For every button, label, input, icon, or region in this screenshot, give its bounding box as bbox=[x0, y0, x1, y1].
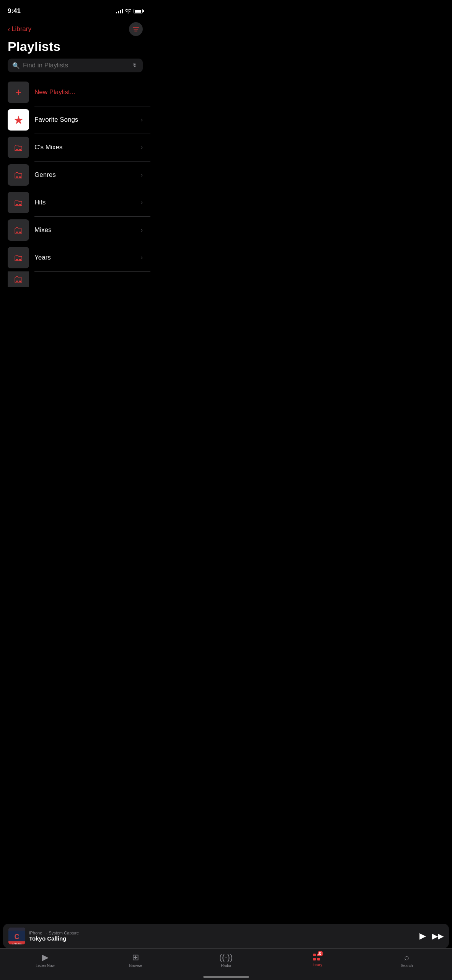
chevron-right-icon: › bbox=[141, 172, 143, 178]
chevron-right-icon: › bbox=[141, 254, 143, 261]
new-playlist-thumb: + bbox=[8, 82, 29, 103]
genres-thumb: 🗂 bbox=[8, 164, 29, 186]
page-title: Playlists bbox=[0, 38, 150, 59]
cs-mixes-thumb: 🗂 bbox=[8, 137, 29, 158]
mixes-item[interactable]: 🗂 Mixes › bbox=[0, 216, 150, 244]
chevron-right-icon: › bbox=[141, 227, 143, 234]
hits-label: Hits bbox=[34, 199, 46, 206]
years-item[interactable]: 🗂 Years › bbox=[0, 244, 150, 271]
filter-button[interactable] bbox=[129, 22, 143, 36]
filter-icon bbox=[133, 27, 139, 31]
hits-thumb: 🗂 bbox=[8, 192, 29, 213]
hits-item[interactable]: 🗂 Hits › bbox=[0, 189, 150, 216]
genres-info: Genres bbox=[34, 171, 135, 179]
star-icon: ★ bbox=[13, 113, 24, 127]
search-icon: 🔍 bbox=[12, 62, 20, 69]
cs-mixes-label: C's Mixes bbox=[34, 144, 62, 151]
favorite-songs-label: Favorite Songs bbox=[34, 116, 78, 123]
microphone-icon[interactable]: 🎙 bbox=[132, 62, 138, 69]
partial-playlist-item[interactable]: 🗂 bbox=[0, 271, 150, 287]
status-icons bbox=[116, 9, 143, 13]
favorite-songs-item[interactable]: ★ Favorite Songs › bbox=[0, 106, 150, 134]
folder-icon: 🗂 bbox=[13, 224, 23, 236]
battery-icon bbox=[134, 9, 143, 13]
playlist-list: + New Playlist... ★ Favorite Songs › 🗂 C… bbox=[0, 78, 150, 287]
folder-icon: 🗂 bbox=[13, 252, 23, 264]
back-button[interactable]: ‹ Library bbox=[8, 25, 31, 33]
genres-label: Genres bbox=[34, 171, 56, 178]
search-input[interactable] bbox=[23, 62, 129, 69]
genres-item[interactable]: 🗂 Genres › bbox=[0, 161, 150, 189]
search-bar[interactable]: 🔍 🎙 bbox=[8, 59, 143, 72]
plus-icon: + bbox=[15, 87, 21, 98]
chevron-right-icon: › bbox=[141, 116, 143, 123]
folder-icon: 🗂 bbox=[13, 169, 23, 181]
hits-info: Hits bbox=[34, 199, 135, 206]
years-label: Years bbox=[34, 254, 51, 261]
chevron-right-icon: › bbox=[141, 199, 143, 206]
partial-thumb: 🗂 bbox=[8, 271, 29, 287]
nav-header: ‹ Library bbox=[0, 19, 150, 38]
signal-icon bbox=[116, 9, 123, 13]
back-label: Library bbox=[11, 25, 31, 33]
cs-mixes-info: C's Mixes bbox=[34, 144, 135, 151]
folder-icon: 🗂 bbox=[13, 273, 23, 285]
new-playlist-label: New Playlist... bbox=[34, 88, 75, 96]
years-thumb: 🗂 bbox=[8, 247, 29, 268]
favorite-songs-thumb: ★ bbox=[8, 109, 29, 131]
mixes-label: Mixes bbox=[34, 226, 51, 234]
folder-icon: 🗂 bbox=[13, 197, 23, 209]
cs-mixes-item[interactable]: 🗂 C's Mixes › bbox=[0, 134, 150, 161]
years-info: Years bbox=[34, 254, 135, 261]
back-chevron-icon: ‹ bbox=[8, 26, 10, 33]
status-time: 9:41 bbox=[8, 7, 21, 15]
mixes-thumb: 🗂 bbox=[8, 219, 29, 241]
mixes-info: Mixes bbox=[34, 226, 135, 234]
status-bar: 9:41 bbox=[0, 0, 150, 19]
new-playlist-info: New Playlist... bbox=[34, 88, 143, 96]
favorite-songs-info: Favorite Songs bbox=[34, 116, 135, 124]
new-playlist-item[interactable]: + New Playlist... bbox=[0, 78, 150, 106]
chevron-right-icon: › bbox=[141, 144, 143, 151]
wifi-icon bbox=[125, 9, 131, 13]
folder-icon: 🗂 bbox=[13, 142, 23, 154]
